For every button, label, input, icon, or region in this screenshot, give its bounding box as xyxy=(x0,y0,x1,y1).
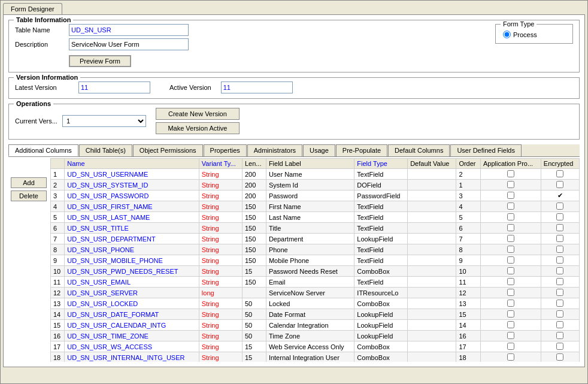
cell-encrypted[interactable] xyxy=(541,352,579,362)
encrypted-checkbox[interactable] xyxy=(556,256,563,264)
cell-name[interactable]: UD_SN_USR_LOCKED xyxy=(65,298,199,309)
cell-encrypted[interactable] xyxy=(541,341,579,352)
encrypted-checkbox[interactable] xyxy=(556,332,563,339)
cell-name[interactable]: UD_SN_USR_EMAIL xyxy=(65,277,199,288)
latest-version-input[interactable] xyxy=(78,81,150,93)
col-header-name[interactable]: Name xyxy=(65,159,199,169)
tab-pre-populate[interactable]: Pre-Populate xyxy=(336,144,387,156)
app-pro-checkbox[interactable] xyxy=(507,224,514,231)
cell-app-pro[interactable] xyxy=(481,191,541,201)
encrypted-checkbox[interactable] xyxy=(556,289,563,296)
cell-name[interactable]: UD_SN_USR_WS_ACCESS xyxy=(65,341,199,352)
table-row[interactable]: 3 UD_SN_USR_PASSWORD String 200 Password… xyxy=(51,191,580,201)
col-header-variant-type[interactable]: Variant Ty... xyxy=(199,159,242,169)
app-pro-checkbox[interactable] xyxy=(507,170,514,177)
cell-encrypted[interactable] xyxy=(541,277,579,288)
cell-encrypted[interactable] xyxy=(541,255,579,266)
app-pro-checkbox[interactable] xyxy=(507,202,514,210)
create-new-version-button[interactable]: Create New Version xyxy=(156,108,240,120)
encrypted-checkbox[interactable] xyxy=(556,310,563,318)
cell-app-pro[interactable] xyxy=(481,352,541,362)
cell-app-pro[interactable] xyxy=(481,266,541,277)
table-row[interactable]: 7 UD_SN_USR_DEPARTMENT String 150 Depart… xyxy=(51,234,580,244)
encrypted-checkbox[interactable] xyxy=(556,321,563,328)
cell-app-pro[interactable] xyxy=(481,298,541,309)
cell-name[interactable]: UD_SN_USR_USERNAME xyxy=(65,169,199,180)
app-pro-checkbox[interactable] xyxy=(507,213,514,220)
table-row[interactable]: 12 UD_SN_USR_SERVER long ServiceNow Serv… xyxy=(51,288,580,298)
cell-name[interactable]: UD_SN_USR_CALENDAR_INTG xyxy=(65,320,199,331)
cell-name[interactable]: UD_SN_USR_SYSTEM_ID xyxy=(65,180,199,191)
cell-app-pro[interactable] xyxy=(481,169,541,180)
table-row[interactable]: 14 UD_SN_USR_DATE_FORMAT String 50 Date … xyxy=(51,309,580,320)
encrypted-checkbox[interactable] xyxy=(556,224,563,231)
cell-encrypted[interactable] xyxy=(541,201,579,212)
table-row[interactable]: 9 UD_SN_USR_MOBILE_PHONE String 150 Mobi… xyxy=(51,255,580,266)
cell-encrypted[interactable] xyxy=(541,266,579,277)
cell-encrypted[interactable] xyxy=(541,309,579,320)
table-row[interactable]: 1 UD_SN_USR_USERNAME String 200 User Nam… xyxy=(51,169,580,180)
current-version-select[interactable]: 1234 5678 91011 xyxy=(62,115,146,127)
app-pro-checkbox[interactable] xyxy=(507,192,514,199)
tab-child-tables[interactable]: Child Table(s) xyxy=(79,144,132,156)
tab-administrators[interactable]: Administrators xyxy=(247,144,302,156)
encrypted-checkbox[interactable] xyxy=(556,235,563,242)
table-row[interactable]: 6 UD_SN_USR_TITLE String 150 Title TextF… xyxy=(51,223,580,234)
encrypted-checkbox[interactable] xyxy=(556,213,563,220)
cell-app-pro[interactable] xyxy=(481,309,541,320)
cell-name[interactable]: UD_SN_USR_PWD_NEEDS_RESET xyxy=(65,266,199,277)
tab-usage[interactable]: Usage xyxy=(303,144,335,156)
make-version-active-button[interactable]: Make Version Active xyxy=(156,122,240,134)
process-radio[interactable] xyxy=(503,31,511,38)
form-designer-tab[interactable]: Form Designer xyxy=(3,3,62,14)
cell-app-pro[interactable] xyxy=(481,331,541,341)
encrypted-checkbox[interactable] xyxy=(556,181,563,188)
cell-app-pro[interactable] xyxy=(481,255,541,266)
cell-encrypted[interactable] xyxy=(541,244,579,255)
app-pro-checkbox[interactable] xyxy=(507,321,514,328)
app-pro-checkbox[interactable] xyxy=(507,278,514,285)
cell-app-pro[interactable] xyxy=(481,244,541,255)
cell-app-pro[interactable] xyxy=(481,277,541,288)
cell-encrypted[interactable] xyxy=(541,234,579,244)
cell-name[interactable]: UD_SN_USR_TITLE xyxy=(65,223,199,234)
table-row[interactable]: 15 UD_SN_USR_CALENDAR_INTG String 50 Cal… xyxy=(51,320,580,331)
encrypted-checkbox[interactable] xyxy=(556,278,563,285)
app-pro-checkbox[interactable] xyxy=(507,235,514,242)
table-row[interactable]: 17 UD_SN_USR_WS_ACCESS String 15 Web Ser… xyxy=(51,341,580,352)
cell-name[interactable]: UD_SN_USR_INTERNAL_INTG_USER xyxy=(65,352,199,362)
preview-form-button[interactable]: Preview Form xyxy=(69,55,131,67)
encrypted-checkbox[interactable] xyxy=(556,267,563,274)
app-pro-checkbox[interactable] xyxy=(507,181,514,188)
app-pro-checkbox[interactable] xyxy=(507,267,514,274)
cell-encrypted[interactable] xyxy=(541,180,579,191)
cell-app-pro[interactable] xyxy=(481,212,541,223)
cell-name[interactable]: UD_SN_USR_LAST_NAME xyxy=(65,212,199,223)
table-row[interactable]: 16 UD_SN_USR_TIME_ZONE String 50 Time Zo… xyxy=(51,331,580,341)
cell-encrypted[interactable] xyxy=(541,212,579,223)
cell-name[interactable]: UD_SN_USR_MOBILE_PHONE xyxy=(65,255,199,266)
cell-app-pro[interactable] xyxy=(481,341,541,352)
table-row[interactable]: 2 UD_SN_USR_SYSTEM_ID String 200 System … xyxy=(51,180,580,191)
app-pro-checkbox[interactable] xyxy=(507,289,514,296)
cell-app-pro[interactable] xyxy=(481,180,541,191)
app-pro-checkbox[interactable] xyxy=(507,353,514,361)
delete-button[interactable]: Delete xyxy=(11,191,47,201)
cell-encrypted[interactable] xyxy=(541,288,579,298)
encrypted-checkbox[interactable] xyxy=(556,170,563,177)
tab-properties[interactable]: Properties xyxy=(204,144,247,156)
app-pro-checkbox[interactable] xyxy=(507,256,514,264)
encrypted-checkbox[interactable] xyxy=(556,202,563,210)
cell-app-pro[interactable] xyxy=(481,288,541,298)
table-row[interactable]: 4 UD_SN_USR_FIRST_NAME String 150 First … xyxy=(51,201,580,212)
encrypted-checkbox[interactable] xyxy=(556,246,563,253)
encrypted-checkbox[interactable] xyxy=(556,300,563,307)
cell-name[interactable]: UD_SN_USR_DATE_FORMAT xyxy=(65,309,199,320)
cell-app-pro[interactable] xyxy=(481,201,541,212)
app-pro-checkbox[interactable] xyxy=(507,343,514,350)
cell-app-pro[interactable] xyxy=(481,234,541,244)
app-pro-checkbox[interactable] xyxy=(507,300,514,307)
table-row[interactable]: 18 UD_SN_USR_INTERNAL_INTG_USER String 1… xyxy=(51,352,580,362)
table-row[interactable]: 13 UD_SN_USR_LOCKED String 50 Locked Com… xyxy=(51,298,580,309)
description-input[interactable] xyxy=(69,38,189,50)
